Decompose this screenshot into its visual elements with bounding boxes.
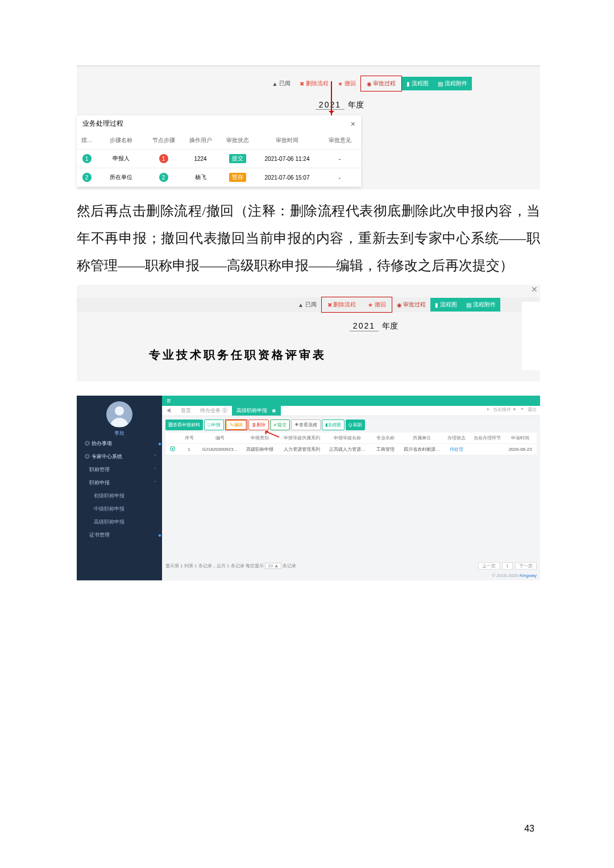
step-badge: 1 xyxy=(82,154,92,163)
col-time: 审批时间 xyxy=(256,132,318,149)
cell-status: 待处理 xyxy=(442,444,471,455)
year-label: 年度 xyxy=(382,321,398,331)
recall-button[interactable]: ★ 撤回 xyxy=(363,298,391,312)
act-view-materials[interactable]: ☰查看申报材料 xyxy=(165,420,203,430)
flow-attach-button[interactable]: ▤ 流程附件 xyxy=(462,298,500,312)
crumb-glyph: ▸ xyxy=(487,406,489,413)
highlight-box-approve: ◉ 审批过程 xyxy=(360,76,403,92)
nav-cert-mgmt[interactable]: 证书管理 xyxy=(77,529,162,542)
col-org: 所属单位 xyxy=(402,433,442,444)
chart-icon: ▮ xyxy=(406,81,410,87)
nav-title-apply[interactable]: 职称申报˅ xyxy=(77,476,162,489)
cell-org: 四川省农村能源… xyxy=(402,444,442,455)
approve-process-button[interactable]: ◉ 审批过程 xyxy=(392,298,431,312)
crumb-exit[interactable]: 退出 xyxy=(528,406,537,413)
tab-home[interactable]: 首页 xyxy=(176,406,196,416)
col-node: 节点步骤 xyxy=(145,132,182,149)
cell-name: 所在单位 xyxy=(97,168,145,187)
close-icon: ✖ xyxy=(300,81,304,87)
star-icon: ★ xyxy=(368,302,373,308)
eye-icon: ◉ xyxy=(397,302,402,308)
status-tag: 提交 xyxy=(229,154,246,163)
modal-close[interactable]: × xyxy=(351,119,355,128)
year-value: 2021 xyxy=(350,321,379,331)
pager-text-b: 条记录 xyxy=(283,563,296,568)
flow-chart-button[interactable]: ▮ 流程图 xyxy=(402,77,433,90)
user-icon: ▲ xyxy=(272,81,277,87)
act-view-flow[interactable]: 👁查看流程 xyxy=(291,420,321,430)
top-toolbar-2: ▲ 已阅 ✖ 删除流程 ★ 撤回 ◉ 审批过程 ▮ 流程图 ▤ 流程附件 xyxy=(77,297,540,312)
act-flow-chart[interactable]: ▮流程图 xyxy=(322,420,345,430)
col-name: 步骤名称 xyxy=(97,132,145,149)
prev-page[interactable]: 上一页 xyxy=(478,562,500,570)
page-size-select[interactable]: 10 ▲ xyxy=(265,563,281,569)
screenshot-portal: 李欣 ◎ 协办事项 ◎ 专家中心系统˅ 职称管理˅ 职称申报˅ 初级职称申报 中… xyxy=(77,396,540,580)
nav-senior-apply[interactable]: 高级职称申报 xyxy=(77,516,162,529)
process-row: 2所在单位2杨飞暂存2021-07-06 15:07- xyxy=(77,168,361,187)
act-refresh[interactable]: Q 刷新 xyxy=(346,420,365,430)
svg-point-0 xyxy=(115,406,124,416)
page-number: 43 xyxy=(524,824,534,834)
act-delete[interactable]: 🗑删除 xyxy=(248,420,269,430)
process-modal: 业务处理过程 × 摆… 步骤名称 节点步骤 操作用户 审批状态 审批时间 审批意… xyxy=(77,115,361,187)
grid-row[interactable]: 1 GJ1820200923… 高级职称申报 人力资源管理系列 正高级人力资源…… xyxy=(165,444,537,455)
approve-process-button[interactable]: ◉ 审批过程 xyxy=(362,77,401,90)
action-bar: ☰查看申报材料 ☐申报 ✎编辑 🗑删除 ✔提交 👁查看流程 ▮流程图 Q 刷新 xyxy=(162,416,540,433)
delete-flow-button[interactable]: ✖ 删除流程 xyxy=(323,298,361,312)
nav-expert-system[interactable]: ◎ 专家中心系统˅ xyxy=(77,450,162,463)
tab-todo[interactable]: 待办业务 ⓪ xyxy=(196,406,232,416)
nav-junior-apply[interactable]: 初级职称申报 xyxy=(77,489,162,502)
act-edit[interactable]: ✎编辑 xyxy=(226,420,246,430)
eye-icon: ◉ xyxy=(367,81,372,87)
col-status: 办理状态 xyxy=(442,433,471,444)
crumb-op[interactable]: 当前操作 ▼ xyxy=(493,406,517,413)
col-series: 申报等级所属系列 xyxy=(278,433,325,444)
flow-attach-button[interactable]: ▤ 流程附件 xyxy=(433,77,472,90)
cell-name: 申报人 xyxy=(97,149,145,168)
node-badge: 2 xyxy=(159,173,168,182)
cell-type: 高级职称申报 xyxy=(242,444,278,455)
read-button[interactable]: ▲ 已阅 xyxy=(267,77,295,90)
scroll-gutter xyxy=(522,302,540,370)
close-icon[interactable]: ✕ xyxy=(531,285,538,294)
next-page[interactable]: 下一页 xyxy=(515,562,537,570)
process-table: 摆… 步骤名称 节点步骤 操作用户 审批状态 审批时间 审批意见 1申报人112… xyxy=(77,132,361,187)
col-code: 编号 xyxy=(198,433,242,444)
sidebar: 李欣 ◎ 协办事项 ◎ 专家中心系统˅ 职称管理˅ 职称申报˅ 初级职称申报 中… xyxy=(77,396,162,580)
footer-copyright: © 2018-2020 Kingway xyxy=(492,573,537,578)
cell-code: GJ1820200923… xyxy=(198,444,242,455)
doc-title: 专业技术职务任职资格评审表 xyxy=(77,347,398,363)
crumb-glyph2: ✦ xyxy=(520,406,524,413)
cell-major: 工商管理 xyxy=(369,444,402,455)
cell-date: 2020-09-23 xyxy=(504,444,537,455)
nav-xieban[interactable]: ◎ 协办事项 xyxy=(77,437,162,450)
delete-flow-button[interactable]: ✖ 删除流程 xyxy=(295,77,333,90)
act-apply[interactable]: ☐申报 xyxy=(204,420,224,430)
act-submit[interactable]: ✔提交 xyxy=(270,420,290,430)
col-user: 操作用户 xyxy=(182,132,219,149)
highlight-box-edit: ✎编辑 xyxy=(225,420,247,430)
highlight-box-del-recall: ✖ 删除流程 ★ 撤回 xyxy=(321,297,392,313)
page-num[interactable]: 1 xyxy=(502,562,512,570)
pager: 显示第 1 到第 1 条记录，总共 1 条记录 每页显示 10 ▲ 条记录 上一… xyxy=(165,563,537,569)
hamburger-icon[interactable]: ≡ xyxy=(162,397,175,405)
user-icon: ▲ xyxy=(298,302,304,308)
col-date: 申请时间 xyxy=(504,433,537,444)
read-button[interactable]: ▲ 已阅 xyxy=(293,298,321,312)
tab-senior-apply[interactable]: 高级职称申报 ✖ xyxy=(232,406,281,416)
breadcrumb: ▸ 当前操作 ▼ ✦ 退出 xyxy=(487,406,537,413)
close-icon: ✖ xyxy=(327,302,332,308)
home-glyph[interactable]: ⮜ xyxy=(162,406,176,416)
row-radio[interactable] xyxy=(170,446,175,451)
nav-title-mgmt[interactable]: 职称管理˅ xyxy=(77,463,162,476)
year-value: 2021 xyxy=(316,100,345,110)
pager-text-a: 显示第 1 到第 1 条记录，总共 1 条记录 每页显示 xyxy=(165,563,264,568)
cell-level: 正高级人力资源… xyxy=(326,444,370,455)
file-icon: ▤ xyxy=(466,302,471,308)
nav-mid-apply[interactable]: 中级职称申报 xyxy=(77,502,162,516)
recall-button[interactable]: ★ 撤回 xyxy=(333,77,360,90)
tab-close-icon[interactable]: ✖ xyxy=(272,408,276,414)
col-major: 专业名称 xyxy=(369,433,402,444)
flow-chart-button[interactable]: ▮ 流程图 xyxy=(430,298,462,312)
body-paragraph: 然后再点击删除流程/撤回（注释：删除流程代表彻底删除此次申报内容，当年不再申报；… xyxy=(77,197,540,279)
